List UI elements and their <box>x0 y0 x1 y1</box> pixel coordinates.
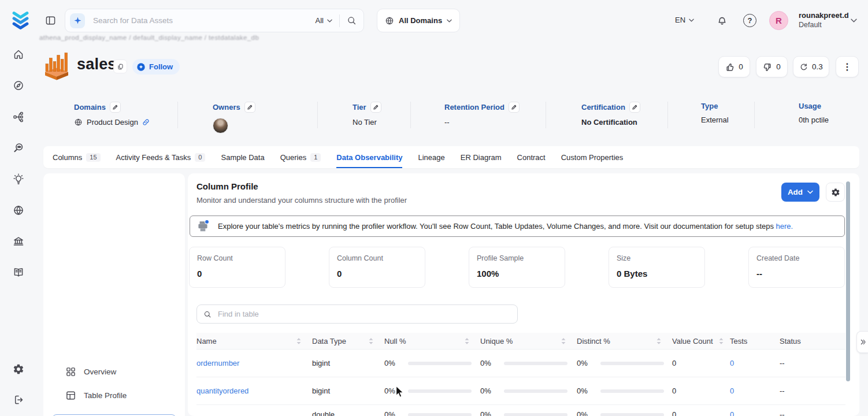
more-actions-button[interactable]: ⋮ <box>836 56 859 77</box>
distinct-pct-bar <box>600 413 664 416</box>
owners-label: Owners <box>213 103 240 112</box>
add-button[interactable]: Add <box>781 183 819 202</box>
thumbs-up-icon <box>725 62 735 72</box>
search-input[interactable] <box>92 16 316 25</box>
tab-columns[interactable]: Columns15 <box>53 146 101 168</box>
sort-icon[interactable] <box>561 338 566 344</box>
column-name-link[interactable]: quantityordered <box>196 387 248 395</box>
tab-data-observability[interactable]: Data Observability <box>336 146 402 168</box>
avatar-initial: R <box>776 16 782 25</box>
stat-row-count: Row Count 0 <box>189 247 285 288</box>
header-value-count[interactable]: Value Count <box>669 333 727 349</box>
glossary-book-icon[interactable] <box>13 266 24 278</box>
stat-profile-sample: Profile Sample 100% <box>469 247 565 288</box>
tab-activity-feeds[interactable]: Activity Feeds & Tasks0 <box>116 146 206 168</box>
domains-globe-icon[interactable] <box>13 205 24 216</box>
sidebar-toggle-icon[interactable] <box>45 15 56 26</box>
sort-icon[interactable] <box>656 338 661 344</box>
governance-bank-icon[interactable] <box>13 236 24 247</box>
divider <box>410 102 411 128</box>
user-avatar[interactable]: R <box>769 11 788 30</box>
breadcrumb[interactable]: athena_prod_display_name / default_displ… <box>39 34 259 41</box>
header-null-pct[interactable]: Null % <box>381 333 477 349</box>
logout-icon[interactable] <box>13 394 24 406</box>
edit-retention-button[interactable] <box>509 102 520 113</box>
home-icon[interactable] <box>13 49 24 60</box>
header-name[interactable]: Name <box>196 333 309 349</box>
tab-lineage[interactable]: Lineage <box>418 146 444 168</box>
tests-link[interactable]: 0 <box>730 387 734 395</box>
tab-er-diagram[interactable]: ER Diagram <box>461 146 502 168</box>
sort-icon[interactable] <box>369 338 373 344</box>
settings-gear-icon[interactable] <box>13 363 24 375</box>
language-dropdown[interactable]: EN <box>675 16 694 24</box>
observability-search-icon[interactable] <box>13 142 24 154</box>
explore-compass-icon[interactable] <box>13 80 24 91</box>
type-value: External <box>701 116 729 124</box>
distinct-pct-bar <box>600 389 664 393</box>
null-pct: 0% <box>384 410 395 416</box>
owner-avatar[interactable] <box>213 118 228 133</box>
usage-label: Usage <box>799 102 821 110</box>
table-row: quantityordered bigint 0% 0% 0% 0 0 -- <box>196 377 845 405</box>
version-history-icon <box>799 62 808 71</box>
tab-sample-data[interactable]: Sample Data <box>221 146 264 168</box>
profiler-workflow-icon <box>195 219 210 234</box>
table-row: ordernumber bigint 0% 0% 0% 0 0 -- <box>196 350 845 377</box>
column-name-link[interactable]: ordernumber <box>196 359 239 367</box>
profiler-settings-button[interactable] <box>826 183 845 202</box>
version-number: 0.3 <box>812 62 823 71</box>
unique-pct-bar <box>504 413 567 416</box>
copy-name-button[interactable] <box>113 60 127 73</box>
help-icon[interactable]: ? <box>743 14 756 27</box>
edit-owners-button[interactable] <box>244 102 255 113</box>
tests-link[interactable]: 0 <box>730 410 734 416</box>
upvote-button[interactable]: 0 <box>718 56 750 77</box>
insights-lightbulb-icon[interactable] <box>13 173 24 185</box>
app-logo[interactable] <box>10 9 31 31</box>
ai-sparkle-icon[interactable] <box>70 13 85 28</box>
version-button[interactable]: 0.3 <box>793 56 829 77</box>
banner-here-link[interactable]: here. <box>776 222 793 231</box>
header-data-type[interactable]: Data Type <box>309 333 381 349</box>
find-in-table-input[interactable] <box>217 309 511 319</box>
all-domains-dropdown[interactable]: All Domains <box>377 9 460 32</box>
sort-icon[interactable] <box>719 338 724 344</box>
follow-label: Follow <box>149 62 173 71</box>
unique-pct: 0% <box>480 387 491 395</box>
downvote-button[interactable]: 0 <box>756 56 788 77</box>
edit-tier-button[interactable] <box>370 102 381 113</box>
scrollbar-thumb[interactable] <box>846 181 850 381</box>
retention-label: Retention Period <box>444 103 505 112</box>
tab-queries[interactable]: Queries1 <box>280 146 321 168</box>
lineage-network-icon[interactable] <box>13 111 24 122</box>
menu-table-profile[interactable]: Table Profile <box>65 390 127 401</box>
tab-contract[interactable]: Contract <box>517 146 546 168</box>
follow-button[interactable]: Follow <box>132 59 180 75</box>
edit-certification-button[interactable] <box>629 102 640 113</box>
menu-overview[interactable]: Overview <box>65 366 116 377</box>
search-icon[interactable] <box>347 16 357 25</box>
edit-domains-button[interactable] <box>110 102 121 113</box>
side-panel-handle[interactable] <box>856 331 868 353</box>
notifications-bell-icon[interactable] <box>716 14 728 27</box>
status-value: -- <box>777 410 845 416</box>
tab-custom-properties[interactable]: Custom Properties <box>561 146 624 168</box>
user-menu-chevron-icon[interactable] <box>851 18 857 23</box>
distinct-pct: 0% <box>577 387 588 395</box>
link-icon[interactable] <box>142 118 150 126</box>
metadata-owners: Owners <box>213 102 255 133</box>
user-team: Default <box>799 21 822 29</box>
tests-link[interactable]: 0 <box>730 359 734 367</box>
sort-icon[interactable] <box>296 338 301 344</box>
search-scope-dropdown[interactable]: All <box>316 16 332 25</box>
domains-label: Domains <box>74 103 106 112</box>
domain-value[interactable]: Product Design <box>87 118 138 127</box>
sort-icon[interactable] <box>465 338 469 344</box>
find-in-table[interactable] <box>196 304 518 324</box>
header-distinct-pct[interactable]: Distinct % <box>574 333 669 349</box>
distinct-pct: 0% <box>577 410 588 416</box>
null-pct-bar <box>408 413 472 416</box>
header-unique-pct[interactable]: Unique % <box>477 333 574 349</box>
global-search[interactable]: All <box>65 9 364 32</box>
